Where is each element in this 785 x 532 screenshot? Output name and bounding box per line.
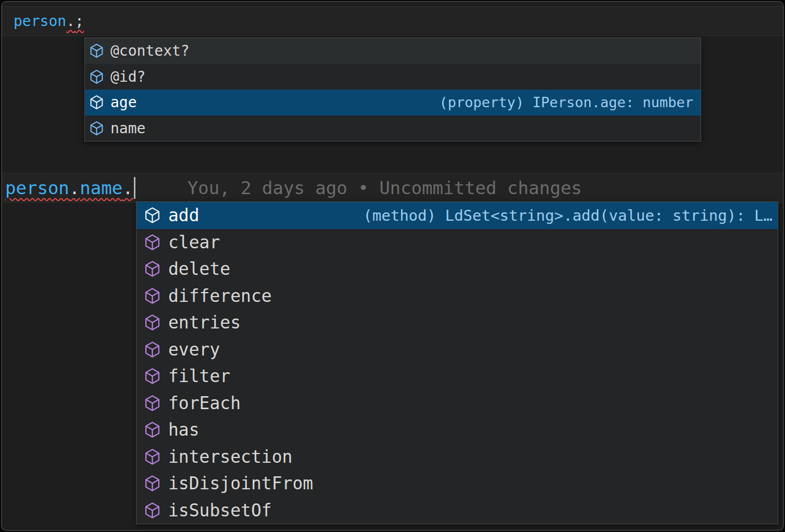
code-token-dot: . [122,178,133,198]
suggestion-item[interactable]: isSubsetOf [136,497,778,524]
git-blame-annotation: You, 2 days ago • Uncommitted changes [188,178,582,198]
suggestion-item-selected[interactable]: age (property) IPerson.age: number [85,90,701,116]
suggestion-label: age [110,94,137,111]
code-token-dot: . [66,12,75,30]
code-token-person: person [5,178,69,198]
code-token-dot: . [69,178,80,198]
suggestion-label: entries [168,312,241,333]
suggestion-item[interactable]: filter [136,363,778,390]
code-token-person: person [14,12,66,30]
symbol-method-icon [144,341,161,358]
suggestion-item[interactable]: @id? [85,64,701,90]
suggestion-item[interactable]: delete [136,256,778,283]
suggestion-item[interactable]: intersection [136,444,778,471]
suggestion-detail: (property) IPerson.age: number [439,94,693,110]
suggestion-item[interactable]: @context? [85,38,701,64]
symbol-method-icon [144,395,161,412]
symbol-field-icon [89,121,104,136]
text-cursor [134,177,135,199]
code-token-semicolon: ; [75,12,84,30]
suggestion-item[interactable]: difference [136,283,778,310]
suggestion-label: add [168,205,200,225]
symbol-field-icon [89,69,104,84]
code-line-person[interactable]: person.; [2,6,783,36]
suggestion-item[interactable]: entries [136,309,778,336]
suggestion-label: clear [168,232,220,252]
code-token-name: name [80,178,122,198]
suggestion-label: difference [168,286,272,306]
symbol-method-icon [144,368,161,385]
suggest-widget-top: @context? @id? age (property) IPerson.ag… [84,37,701,142]
suggestion-item[interactable]: every [136,336,778,363]
suggestion-label: delete [168,259,230,279]
suggestion-item[interactable]: clear [136,229,778,256]
symbol-method-icon [144,207,161,224]
symbol-method-icon [144,287,161,305]
symbol-method-icon [144,260,161,277]
symbol-method-icon [144,314,161,331]
suggestion-label: every [168,339,220,360]
symbol-method-icon [144,475,161,492]
code-expression: person.name. [5,178,133,198]
symbol-method-icon [144,502,161,519]
suggestion-label: forEach [168,393,241,413]
symbol-method-icon [144,234,161,251]
code-line-person-name[interactable]: person.name.You, 2 days ago • Uncommitte… [2,173,783,202]
suggestion-label: has [168,420,200,440]
suggestion-label: name [110,120,145,137]
suggest-widget-bottom: add (method) LdSet<string>.add(value: st… [136,201,778,524]
suggestion-label: isDisjointFrom [168,473,313,493]
symbol-method-icon [144,421,161,438]
suggestion-label: @context? [110,42,190,59]
suggestion-label: intersection [168,447,292,467]
suggestion-item[interactable]: forEach [136,390,778,417]
suggestion-label: isSubsetOf [168,500,272,521]
symbol-field-icon [89,95,104,110]
symbol-field-icon [89,43,104,58]
suggestion-item[interactable]: isDisjointFrom [136,470,778,497]
suggestion-item[interactable]: name [85,116,701,142]
symbol-method-icon [144,448,161,465]
suggestion-item-selected[interactable]: add (method) LdSet<string>.add(value: st… [136,202,778,229]
editor-frame: person.; @context? @id? age (property) I… [1,1,784,531]
suggestion-detail: (method) LdSet<string>.add(value: string… [353,207,772,224]
suggestion-label: @id? [110,68,145,85]
suggestion-label: filter [168,366,230,386]
suggestion-item[interactable]: has [136,416,778,444]
